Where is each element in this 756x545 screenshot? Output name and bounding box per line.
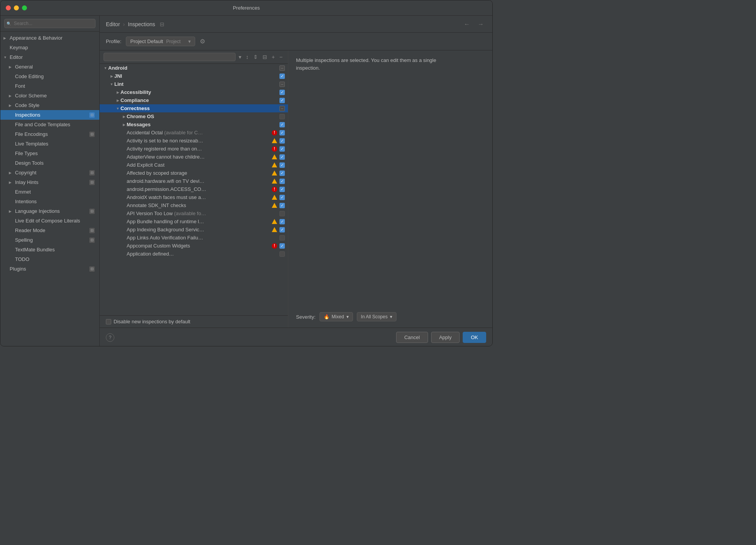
tree-checkbox[interactable] xyxy=(279,114,285,119)
tree-item-jni[interactable]: ▶ JNI xyxy=(100,72,288,80)
scope-select[interactable]: In All Scopes ▾ xyxy=(357,312,396,321)
sidebar-search-input[interactable] xyxy=(4,19,95,28)
sidebar-item-todo[interactable]: TODO xyxy=(0,254,99,264)
tree-checkbox[interactable] xyxy=(279,154,285,160)
profile-settings-button[interactable]: ⚙ xyxy=(200,38,205,45)
tree-checkbox[interactable] xyxy=(279,138,285,144)
close-button[interactable] xyxy=(6,5,11,10)
breadcrumb-parent[interactable]: Editor xyxy=(106,21,120,27)
sidebar-item-textmate[interactable]: TextMate Bundles xyxy=(0,245,99,254)
severity-select[interactable]: 🔥 Mixed ▾ xyxy=(319,312,353,321)
tree-checkbox[interactable] xyxy=(279,171,285,176)
sidebar-item-editor[interactable]: ▼ Editor xyxy=(0,52,99,62)
tree-item-add-explicit-cast[interactable]: Add Explicit Cast xyxy=(100,161,288,169)
tree-checkbox[interactable] xyxy=(279,179,285,184)
back-button[interactable]: ← xyxy=(462,20,472,28)
sidebar-item-file-types[interactable]: File Types xyxy=(0,149,99,158)
sidebar-item-intentions[interactable]: Intentions xyxy=(0,197,99,206)
tree-checkbox[interactable] xyxy=(279,162,285,168)
tree-checkbox[interactable] xyxy=(279,98,285,103)
sidebar-item-spelling[interactable]: Spelling ⊟ xyxy=(0,235,99,245)
tree-checkbox[interactable] xyxy=(279,219,285,224)
tree-item-scoped-storage[interactable]: Affected by scoped storage xyxy=(100,169,288,177)
tree-item-lint[interactable]: ▼ Lint xyxy=(100,80,288,88)
tree-item-permission[interactable]: android.permission.ACCESS_CO… ! xyxy=(100,185,288,193)
tree-checkbox[interactable] xyxy=(279,146,285,152)
pin-button[interactable]: ⊟ xyxy=(160,21,164,27)
tree-checkbox[interactable] xyxy=(279,243,285,249)
ok-button[interactable]: OK xyxy=(463,332,486,343)
tree-checkbox[interactable] xyxy=(279,122,285,127)
help-button[interactable]: ? xyxy=(106,333,114,342)
tree-item-activity-non-resizable[interactable]: Activity is set to be non resizeab… xyxy=(100,137,288,145)
tree-checkbox[interactable] xyxy=(279,65,285,71)
sidebar-item-design-tools[interactable]: Design Tools xyxy=(0,158,99,168)
forward-button[interactable]: → xyxy=(475,20,486,28)
tree-checkbox[interactable] xyxy=(279,106,285,111)
sidebar-item-color-scheme[interactable]: ▶ Color Scheme xyxy=(0,91,99,100)
sidebar-item-keymap[interactable]: Keymap xyxy=(0,43,99,52)
tree-checkbox[interactable] xyxy=(279,74,285,79)
tree-checkbox[interactable] xyxy=(279,82,285,87)
sidebar-item-emmet[interactable]: Emmet xyxy=(0,187,99,197)
sidebar-item-language-injections[interactable]: ▶ Language Injections ⊟ xyxy=(0,206,99,216)
tree-checkbox[interactable] xyxy=(279,251,285,257)
tree-item-correctness[interactable]: ▼ Correctness xyxy=(100,104,288,112)
group-by-button[interactable]: ⊟ xyxy=(261,53,269,61)
sidebar-item-copyright[interactable]: ▶ Copyright ⊟ xyxy=(0,168,99,177)
sidebar-item-font[interactable]: Font xyxy=(0,81,99,91)
tree-item-androidx-watch[interactable]: AndroidX watch faces must use a… xyxy=(100,193,288,201)
apply-button[interactable]: Apply xyxy=(431,332,460,343)
tree-checkbox[interactable] xyxy=(279,130,285,135)
tree-item-application-defined[interactable]: Application defined… xyxy=(100,250,288,258)
disable-inspections-label[interactable]: Disable new inspections by default xyxy=(106,319,190,324)
error-severity-icon: ! xyxy=(272,146,277,152)
sidebar-item-general[interactable]: ▶ General xyxy=(0,62,99,72)
sidebar-item-inspections[interactable]: Inspections ⊟ xyxy=(0,110,99,120)
filter-button[interactable]: ▾ xyxy=(237,53,243,61)
remove-inspection-button[interactable]: − xyxy=(278,53,284,61)
add-inspection-button[interactable]: + xyxy=(270,53,276,61)
tree-checkbox[interactable] xyxy=(279,90,285,95)
tree-checkbox[interactable] xyxy=(279,203,285,208)
sidebar-item-file-code-templates[interactable]: File and Code Templates xyxy=(0,120,99,129)
expand-all-button[interactable]: ↕ xyxy=(244,53,250,61)
sidebar-item-reader-mode[interactable]: Reader Mode ⊟ xyxy=(0,226,99,235)
tree-item-accessibility[interactable]: ▶ Accessibility xyxy=(100,88,288,96)
tree-item-app-indexing[interactable]: App Indexing Background Servic… xyxy=(100,226,288,234)
tree-item-activity-registered[interactable]: Activity registered more than on… ! xyxy=(100,145,288,153)
sidebar-item-plugins[interactable]: Plugins ⊟ xyxy=(0,264,99,274)
tree-arrow-icon: ▶ xyxy=(121,115,127,119)
tree-item-appcompat-widgets[interactable]: Appcompat Custom Widgets ! xyxy=(100,242,288,250)
tree-item-annotate-sdk[interactable]: Annotate SDK_INT checks xyxy=(100,201,288,209)
sidebar-item-code-editing[interactable]: Code Editing xyxy=(0,72,99,81)
tree-item-messages[interactable]: ▶ Messages xyxy=(100,120,288,129)
tree-item-app-links[interactable]: App Links Auto Verification Failu… xyxy=(100,234,288,242)
sidebar-item-file-encodings[interactable]: File Encodings ⊟ xyxy=(0,129,99,139)
tree-checkbox[interactable] xyxy=(279,211,285,216)
maximize-button[interactable] xyxy=(22,5,27,10)
tree-item-adapterview[interactable]: AdapterView cannot have childre… xyxy=(100,153,288,161)
tree-item-android[interactable]: ▼ Android xyxy=(100,64,288,72)
sidebar-item-code-style[interactable]: ▶ Code Style xyxy=(0,100,99,110)
tree-checkbox[interactable] xyxy=(279,195,285,200)
profile-select-dropdown[interactable]: Project Default Project ▾ xyxy=(126,37,195,46)
sidebar-item-live-edit[interactable]: Live Edit of Compose Literals xyxy=(0,216,99,226)
tree-search-input[interactable] xyxy=(104,53,236,61)
collapse-all-button[interactable]: ⇕ xyxy=(252,53,259,61)
tree-item-app-bundle[interactable]: App Bundle handling of runtime l… xyxy=(100,217,288,226)
tree-item-compliance[interactable]: ▶ Compliance xyxy=(100,96,288,104)
sidebar-item-appearance[interactable]: ▶ Appearance & Behavior xyxy=(0,33,99,43)
tree-item-accidental-octal[interactable]: Accidental Octal (available for C… ! xyxy=(100,129,288,137)
tree-item-api-version[interactable]: API Version Too Low (available fo… xyxy=(100,209,288,217)
tree-checkbox[interactable] xyxy=(279,235,285,241)
cancel-button[interactable]: Cancel xyxy=(396,332,428,343)
tree-checkbox[interactable] xyxy=(279,187,285,192)
disable-inspections-checkbox[interactable] xyxy=(106,319,111,324)
tree-item-chrome-os[interactable]: ▶ Chrome OS xyxy=(100,112,288,120)
tree-item-hardware-wifi[interactable]: android.hardware.wifi on TV devi… xyxy=(100,177,288,185)
tree-checkbox[interactable] xyxy=(279,227,285,232)
sidebar-item-live-templates[interactable]: Live Templates xyxy=(0,139,99,149)
sidebar-item-inlay-hints[interactable]: ▶ Inlay Hints ⊟ xyxy=(0,177,99,187)
minimize-button[interactable] xyxy=(14,5,19,10)
